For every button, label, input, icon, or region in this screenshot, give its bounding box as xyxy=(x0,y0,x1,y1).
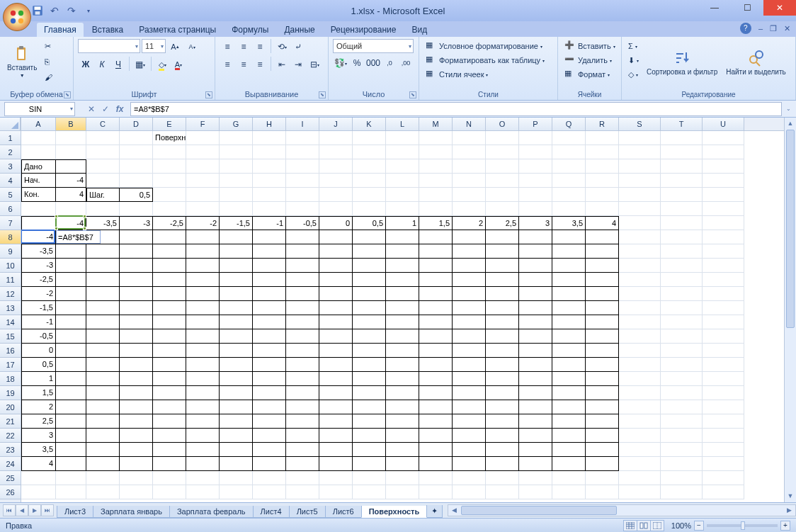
cell[interactable]: 4 xyxy=(586,216,619,230)
cell[interactable] xyxy=(703,429,744,443)
cell[interactable] xyxy=(56,457,86,471)
cell[interactable] xyxy=(419,301,453,315)
cell[interactable] xyxy=(353,244,386,259)
cell[interactable] xyxy=(56,315,86,329)
row-header[interactable]: 2 xyxy=(0,145,21,159)
cell[interactable] xyxy=(586,230,619,244)
cell[interactable] xyxy=(586,429,619,443)
cell[interactable] xyxy=(153,471,186,485)
cell[interactable] xyxy=(21,202,56,216)
cell[interactable] xyxy=(486,429,519,443)
cell[interactable] xyxy=(220,244,253,259)
cell[interactable] xyxy=(419,386,453,400)
cell[interactable] xyxy=(619,244,661,259)
cell[interactable] xyxy=(153,400,186,414)
cell[interactable] xyxy=(419,471,453,485)
row-header[interactable]: 4 xyxy=(0,174,21,188)
cell[interactable] xyxy=(319,414,353,429)
cell[interactable] xyxy=(453,457,486,471)
cell[interactable] xyxy=(153,188,186,202)
row-header[interactable]: 15 xyxy=(0,329,21,344)
mdi-minimize[interactable]: – xyxy=(758,24,763,33)
cell[interactable] xyxy=(703,386,744,400)
cell[interactable] xyxy=(703,216,744,230)
zoom-level[interactable]: 100% xyxy=(671,521,691,530)
cell[interactable] xyxy=(661,386,703,400)
cell[interactable] xyxy=(56,329,86,344)
cell[interactable] xyxy=(586,471,619,485)
paste-button[interactable]: Вставить▼ xyxy=(4,39,40,86)
cell[interactable] xyxy=(486,188,519,202)
page-layout-view-button[interactable] xyxy=(637,520,651,531)
cell[interactable] xyxy=(661,443,703,457)
normal-view-button[interactable] xyxy=(623,520,637,531)
cell[interactable] xyxy=(220,145,253,159)
cell[interactable] xyxy=(661,230,703,244)
cell[interactable] xyxy=(186,145,220,159)
row-header[interactable]: 23 xyxy=(0,443,21,457)
row-header[interactable]: 10 xyxy=(0,259,21,273)
cell[interactable] xyxy=(703,400,744,414)
cell[interactable] xyxy=(220,259,253,273)
cell[interactable] xyxy=(220,372,253,386)
cell[interactable] xyxy=(186,301,220,315)
cell[interactable] xyxy=(619,216,661,230)
column-header[interactable]: G xyxy=(220,118,253,130)
cell[interactable] xyxy=(486,457,519,471)
cell[interactable]: 3 xyxy=(519,216,552,230)
cell[interactable] xyxy=(220,202,253,216)
cell[interactable] xyxy=(253,131,286,145)
row-header[interactable]: 1 xyxy=(0,131,21,145)
row-header[interactable]: 14 xyxy=(0,315,21,329)
cell[interactable] xyxy=(253,244,286,259)
cell[interactable] xyxy=(703,145,744,159)
cell[interactable]: 3,5 xyxy=(21,443,56,457)
cell[interactable] xyxy=(253,344,286,358)
cell[interactable] xyxy=(56,344,86,358)
help-icon[interactable]: ? xyxy=(740,23,751,34)
cell[interactable] xyxy=(661,329,703,344)
sort-filter-button[interactable]: Сортировка и фильтр xyxy=(644,39,720,86)
cell[interactable] xyxy=(519,457,552,471)
cell[interactable] xyxy=(486,244,519,259)
row-header[interactable]: 6 xyxy=(0,202,21,216)
cell[interactable]: -1,5 xyxy=(21,301,56,315)
cell[interactable] xyxy=(386,386,419,400)
cell[interactable] xyxy=(486,471,519,485)
cell[interactable] xyxy=(319,386,353,400)
cell[interactable] xyxy=(319,344,353,358)
cell[interactable] xyxy=(619,457,661,471)
cell[interactable] xyxy=(419,485,453,499)
cell[interactable] xyxy=(319,159,353,174)
cell[interactable] xyxy=(486,259,519,273)
cell[interactable]: 1,5 xyxy=(21,386,56,400)
cell[interactable] xyxy=(703,159,744,174)
cell[interactable] xyxy=(353,471,386,485)
cell[interactable] xyxy=(703,202,744,216)
cell[interactable]: Кон. xyxy=(21,188,56,202)
cell[interactable] xyxy=(519,244,552,259)
cell[interactable] xyxy=(419,244,453,259)
cell[interactable] xyxy=(453,315,486,329)
cell[interactable]: 0 xyxy=(21,344,56,358)
cell[interactable] xyxy=(486,414,519,429)
cell[interactable] xyxy=(220,131,253,145)
cell[interactable] xyxy=(353,329,386,344)
cell[interactable] xyxy=(120,372,153,386)
dialog-launcher-icon[interactable]: ⬊ xyxy=(409,91,416,98)
cell[interactable] xyxy=(586,131,619,145)
cell[interactable] xyxy=(619,202,661,216)
cell[interactable] xyxy=(253,414,286,429)
cell[interactable] xyxy=(319,259,353,273)
cell[interactable] xyxy=(353,174,386,188)
cell[interactable] xyxy=(220,414,253,429)
scroll-right-icon[interactable]: ▶ xyxy=(783,505,795,516)
cell[interactable] xyxy=(153,259,186,273)
cell[interactable] xyxy=(552,259,586,273)
cell[interactable] xyxy=(703,457,744,471)
column-header[interactable]: R xyxy=(586,118,619,130)
row-header[interactable]: 7 xyxy=(0,216,21,230)
cell[interactable] xyxy=(86,457,120,471)
cell[interactable] xyxy=(552,457,586,471)
cell[interactable] xyxy=(353,230,386,244)
